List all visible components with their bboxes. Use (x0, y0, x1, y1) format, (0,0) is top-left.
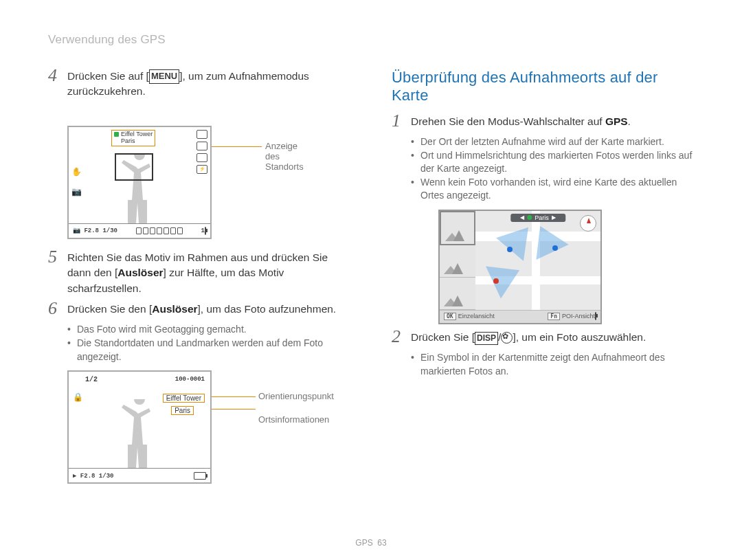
thumbnail-selected (440, 211, 475, 245)
lock-icon: 🔒 (73, 392, 83, 402)
section-title: Überprüfung des Aufnahmeorts auf der Kar… (392, 69, 694, 104)
step-6-bullets: Das Foto wird mit Geotagging gemacht. Di… (67, 323, 350, 363)
metering-icon (196, 153, 207, 162)
step-4: 4 Drücken Sie auf [MENU], um zum Aufnahm… (48, 69, 350, 100)
step-1-right-bullets: Der Ort der letzten Aufnahme wird auf de… (411, 135, 694, 203)
map-screenshot: ◀Paris▶ OKEinzelansicht FnPOI-Ansicht (438, 210, 602, 324)
place-tag: Paris (171, 406, 194, 415)
map-footer-bar: OKEinzelansicht FnPOI-Ansicht (440, 310, 600, 323)
step-number: 6 (48, 300, 67, 317)
bullet-item: Ort und Himmelsrichtung des markierten F… (411, 149, 694, 176)
camera-screenshot-2: Orientierungspunkt Ortsinformationen 1/2… (67, 370, 294, 484)
compass-icon (580, 215, 596, 232)
step-number: 5 (48, 248, 67, 266)
camera-icon: 📷 (71, 188, 81, 196)
step-1-right: 1 Drehen Sie den Modus-Wahlschalter auf … (392, 114, 694, 130)
camera-screenshot-1: Anzeige des Standorts Eiffel Tower Paris… (67, 126, 267, 239)
battery-icon (595, 312, 596, 320)
fn-button-label: Fn (548, 313, 560, 320)
landmark-tag: Eiffel Tower (163, 394, 205, 403)
step-5: 5 Richten Sie das Motiv im Rahmen aus un… (48, 250, 350, 296)
callout-location-display: Anzeige des Standorts (265, 141, 304, 172)
gps-dot-icon (527, 215, 532, 220)
mode-icon (196, 130, 207, 139)
thumbnail-strip (440, 211, 475, 310)
menu-button-label: MENU (149, 69, 179, 84)
bullet-item: Der Ort der letzten Aufnahme wird auf de… (411, 135, 694, 149)
bullet-item: Wenn kein Foto vorhanden ist, wird eine … (411, 176, 694, 203)
bullet-item: Die Standortdaten und Landmarken werden … (67, 337, 350, 363)
callout-landmark: Orientierungspunkt (258, 391, 334, 401)
step-6: 6 Drücken Sie den [Auslöser], um das Fot… (48, 302, 350, 317)
battery-icon (194, 472, 206, 480)
breadcrumb: Verwendung des GPS (48, 33, 694, 47)
file-number: 100-0001 (175, 376, 205, 383)
macro-icon (501, 332, 513, 344)
af-icon (196, 142, 207, 150)
battery-icon (205, 227, 206, 235)
thumbnail (440, 278, 475, 310)
photo-marker-icon (552, 245, 558, 251)
step-number: 1 (392, 112, 411, 130)
gps-status-icon (114, 132, 119, 137)
callout-place-info: Ortsinformationen (258, 414, 329, 425)
thumbnail (440, 245, 475, 278)
step-2-right-bullets: Ein Symbol in der Kartenmitte zeigt den … (411, 351, 694, 378)
flash-icon: ⚡ (196, 165, 207, 174)
bullet-item: Ein Symbol in der Kartenmitte zeigt den … (411, 351, 694, 378)
step-number: 2 (392, 328, 411, 346)
focus-frame (115, 153, 153, 181)
stabilization-icon: ✋ (71, 168, 81, 176)
image-counter: 1/2 (85, 376, 98, 383)
disp-button-label: DISP (475, 332, 498, 345)
bullet-item: Das Foto wird mit Geotagging gemacht. (67, 323, 350, 337)
step-number: 4 (48, 67, 67, 85)
ok-button-label: OK (444, 313, 456, 320)
playback-status-bar: ▶ F2.8 1/30 (69, 468, 210, 482)
left-column: 4 Drücken Sie auf [MENU], um zum Aufnahm… (48, 69, 350, 484)
gps-location-tag: Eiffel Tower Paris (111, 130, 155, 146)
map-area: ◀Paris▶ (475, 211, 600, 310)
step4-pre: Drücken Sie auf [ (67, 70, 149, 82)
page-footer: GPS 63 (0, 538, 742, 548)
camera-status-bar: 📷 F2.8 1/30 1 (69, 223, 210, 238)
photo-marker-icon (507, 247, 513, 252)
right-column: Überprüfung des Aufnahmeorts auf der Kar… (392, 69, 694, 484)
step-2-right: 2 Drücken Sie [DISP/], um ein Foto auszu… (392, 330, 694, 346)
current-marker-icon (493, 278, 499, 284)
subject-silhouette (115, 399, 164, 468)
